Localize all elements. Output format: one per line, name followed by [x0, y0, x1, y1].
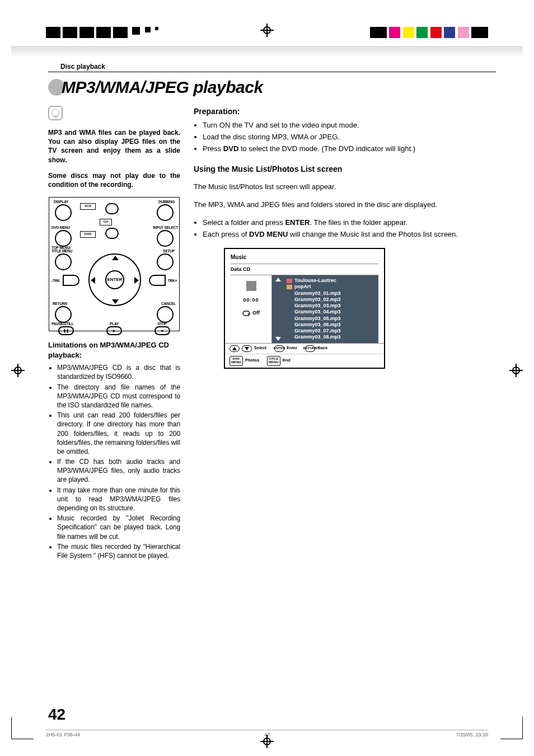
osd-file: Grammy03_06.mp3 — [294, 322, 375, 328]
remote-dpad: ENTER — [88, 253, 141, 306]
remote-label-trk-minus: -TRK — [51, 279, 60, 284]
osd-left-pane: 00:00 Off — [231, 275, 272, 343]
remote-button-dubbing — [157, 204, 174, 221]
osd-footer-row: DVD MENU Photos TITLE MENU End — [225, 354, 384, 368]
limitation-item: If the CD has both audio tracks and MP3/… — [57, 457, 180, 485]
osd-subtitle: Data CD — [231, 264, 378, 275]
folder-icon — [287, 285, 292, 289]
osd-file: Grammy03_03.mp3 — [294, 303, 375, 309]
prep-bold: DVD — [223, 144, 238, 153]
intro-paragraph-1: MP3 and WMA files can be played back. Yo… — [48, 128, 180, 165]
page-title: MP3/WMA/JPEG playback — [62, 78, 263, 97]
footer-left: 2H5-01 P38-44 — [46, 732, 193, 738]
scroll-up-icon — [275, 278, 281, 281]
limitation-item: The directory and file names of the MP3/… — [57, 383, 180, 410]
prep-item: Turn ON the TV and set to the video inpu… — [203, 120, 496, 131]
intro-paragraph-2: Some discs may not play due to the condi… — [48, 171, 180, 189]
instr-text: Each press of — [203, 230, 249, 238]
remote-dpad-right-icon — [134, 277, 139, 284]
top-gradient — [11, 46, 523, 57]
preparation-heading: Preparation: — [194, 106, 496, 117]
limitation-item: Music recorded by "Joliet Recording Spec… — [57, 514, 180, 541]
registration-mark-left — [11, 364, 25, 379]
title-row: MP3/WMA/JPEG playback — [48, 78, 496, 97]
osd-time: 00:00 — [243, 297, 259, 304]
osd-header: Music Data CD 00:00 Off — [225, 249, 384, 343]
right-column: Preparation: Turn ON the TV and set to t… — [194, 106, 496, 561]
osd-repeat-off: Off — [242, 309, 260, 317]
key-title-menu: TITLE MENU — [267, 356, 280, 366]
crop-mark-br — [500, 717, 523, 739]
bw-blocks — [46, 27, 161, 40]
instr-bold: ENTER — [285, 218, 310, 227]
remote-button-stop: ■ — [154, 326, 170, 335]
key-return: RETURN — [305, 345, 315, 352]
remote-dpad-up-icon — [112, 256, 119, 260]
body-paragraph: The Music list/Photos list screen will a… — [194, 182, 496, 192]
remote-button-pause: ❚❚ — [58, 326, 74, 335]
osd-folder: popArt — [287, 284, 375, 290]
crop-mark-bl — [11, 717, 34, 739]
limitations-heading: Limitations on MP3/WMA/JPEG CD playback: — [48, 340, 180, 360]
prep-text: to select the DVD mode. (The DVD indicat… — [238, 144, 415, 153]
remote-button-display — [55, 204, 72, 221]
remote-button-ch-down — [105, 228, 119, 239]
osd-file: Grammy03_05.mp3 — [294, 316, 375, 322]
remote-label-ch: CH — [100, 219, 112, 226]
instr-text: Select a folder and press — [203, 218, 285, 227]
osd-list: Toulouse-Lautrec popArt Grammy03_01.mp3 … — [287, 278, 375, 341]
osd-file: Grammy03_02.mp3 — [294, 297, 375, 303]
remote-label-vcr: VCR — [80, 203, 96, 210]
remote-diagram: DISPLAY DUBBING VCR DVD MENU CH DVD INPU… — [49, 197, 180, 331]
limitations-list: MP3/WMA/JPEG CD is a disc that is standa… — [48, 363, 180, 560]
osd-off-label: Off — [252, 309, 260, 317]
cd-badge-icon: CD — [48, 106, 63, 120]
remote-label-trk-plus: TRK+ — [168, 279, 177, 284]
folder-icon — [287, 279, 292, 283]
left-column: CD MP3 and WMA files can be played back.… — [48, 106, 180, 561]
remote-button-ch-up — [105, 203, 119, 214]
stop-icon — [246, 281, 256, 291]
key-text: MENU — [231, 361, 241, 364]
osd-folder-label: popArt — [294, 284, 311, 290]
page: Disc playback MP3/WMA/JPEG playback CD M… — [0, 0, 534, 756]
remote-button-trk-minus — [63, 275, 79, 286]
key-text: MENU — [269, 361, 279, 364]
osd-file: Grammy03_04.mp3 — [294, 309, 375, 315]
instruction-item: Each press of DVD MENU will change the M… — [203, 229, 496, 240]
prep-item: Load the disc storing MP3, WMA or JPEG. — [203, 132, 496, 143]
registration-mark-bottom — [260, 735, 274, 750]
key-dvd-menu: DVD MENU — [229, 356, 243, 366]
prep-text: Press — [203, 144, 223, 153]
osd-key-label: Enter — [287, 345, 297, 351]
instr-bold: DVD MENU — [249, 230, 288, 238]
remote-button-cancel — [157, 306, 174, 323]
osd-key-label: Back — [317, 345, 327, 351]
remote-dpad-left-icon — [91, 277, 95, 284]
content-area: Disc playback MP3/WMA/JPEG playback CD M… — [48, 63, 496, 756]
limitation-item: The music files recorded by "Hierarchica… — [57, 542, 180, 560]
limitation-item: It may take more than one minute for thi… — [57, 486, 180, 513]
footer-right: 7/25/05, 23:20 — [341, 732, 488, 738]
instr-text: . The files in the folder appear. — [310, 218, 407, 227]
registration-mark-top — [260, 24, 274, 39]
key-up-icon — [229, 345, 240, 352]
columns: CD MP3 and WMA files can be played back.… — [48, 106, 496, 561]
remote-button-setup — [157, 253, 174, 270]
osd-folder-label: Toulouse-Lautrec — [294, 278, 336, 284]
remote-button-dvd-menu — [55, 230, 72, 247]
osd-screen: Music Data CD 00:00 Off — [224, 248, 385, 369]
remote-button-trk-plus — [149, 275, 166, 286]
osd-file: Grammy03_07.mp3 — [294, 328, 375, 334]
osd-file: Grammy03_08.mp3 — [294, 334, 375, 340]
osd-file: Grammy03_01.mp3 — [294, 290, 375, 297]
osd-title: Music — [231, 251, 378, 264]
osd-key-label: Photos — [245, 358, 259, 364]
remote-label-dvd: DVD — [80, 231, 96, 238]
osd-key-label: End — [283, 358, 291, 364]
page-number: 42 — [48, 706, 65, 724]
osd-file-list: Toulouse-Lautrec popArt Grammy03_01.mp3 … — [272, 275, 378, 343]
limitation-item: MP3/WMA/JPEG CD is a disc that is standa… — [57, 363, 180, 381]
section-breadcrumb: Disc playback — [48, 63, 496, 72]
osd-footer: Select ENTER Enter RETURN Back DVD MENU … — [225, 343, 384, 368]
